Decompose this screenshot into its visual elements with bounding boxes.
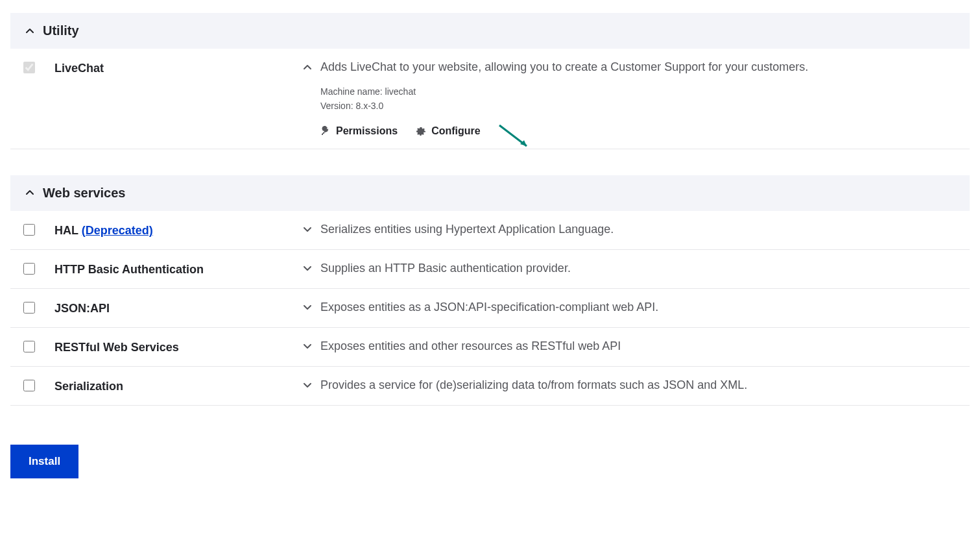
- module-name-serialization: Serialization: [54, 378, 301, 393]
- module-row-http-basic-auth: HTTP Basic Authentication Supplies an HT…: [10, 250, 970, 289]
- module-checkbox-serialization[interactable]: [23, 380, 35, 391]
- module-name-json-api: JSON:API: [54, 301, 301, 315]
- chevron-down-icon[interactable]: [301, 223, 314, 236]
- module-row-hal: HAL (Deprecated) Serializes entities usi…: [10, 211, 970, 250]
- chevron-down-icon[interactable]: [301, 378, 314, 391]
- module-checkbox-json-api[interactable]: [23, 302, 35, 314]
- module-description: Provides a service for (de)serializing d…: [320, 378, 747, 392]
- section-title: Web services: [43, 186, 126, 201]
- configure-link[interactable]: Configure: [416, 125, 481, 137]
- gear-icon: [416, 126, 426, 136]
- module-name-text: HTTP Basic Authentication: [54, 263, 204, 276]
- module-description: Serializes entities using Hypertext Appl…: [320, 223, 614, 236]
- deprecated-link[interactable]: (Deprecated): [82, 224, 153, 237]
- expanded-info: Machine name: livechat Version: 8.x-3.0: [320, 84, 416, 114]
- section-utility: Utility LiveChat Adds LiveChat to your w…: [10, 13, 970, 149]
- module-name-text: RESTful Web Services: [54, 341, 179, 354]
- version-label: Version:: [320, 101, 355, 111]
- module-checkbox-hal[interactable]: [23, 224, 35, 236]
- chevron-down-icon[interactable]: [301, 339, 314, 352]
- checkbox-cell: [23, 60, 54, 73]
- action-links: Permissions Configure: [320, 125, 481, 137]
- module-name-hal: HAL (Deprecated): [54, 223, 301, 238]
- module-checkbox-restful[interactable]: [23, 341, 35, 352]
- module-checkbox-http-basic-auth[interactable]: [23, 263, 35, 275]
- install-button[interactable]: Install: [10, 445, 78, 478]
- chevron-up-icon[interactable]: [301, 61, 314, 74]
- module-description: Exposes entities and other resources as …: [320, 339, 621, 353]
- chevron-down-icon[interactable]: [301, 301, 314, 314]
- module-desc-cell: Adds LiveChat to your website, allowing …: [301, 60, 957, 137]
- key-icon: [320, 126, 331, 136]
- desc-top: Adds LiveChat to your website, allowing …: [301, 60, 957, 74]
- chevron-up-icon: [23, 186, 36, 199]
- module-row-json-api: JSON:API Exposes entities as a JSON:API-…: [10, 289, 970, 328]
- module-name-restful: RESTful Web Services: [54, 339, 301, 354]
- section-header-utility[interactable]: Utility: [10, 13, 970, 49]
- module-description: Adds LiveChat to your website, allowing …: [320, 60, 808, 74]
- permissions-label: Permissions: [336, 125, 398, 137]
- module-name-text: HAL: [54, 224, 82, 237]
- module-name-text: Serialization: [54, 380, 123, 393]
- module-row-livechat: LiveChat Adds LiveChat to your website, …: [10, 49, 970, 149]
- permissions-link[interactable]: Permissions: [320, 125, 398, 137]
- module-name-text: JSON:API: [54, 302, 110, 315]
- section-header-web-services[interactable]: Web services: [10, 175, 970, 211]
- module-row-restful: RESTful Web Services Exposes entities an…: [10, 328, 970, 367]
- configure-label: Configure: [431, 125, 481, 137]
- module-checkbox-livechat[interactable]: [23, 62, 35, 73]
- module-description: Exposes entities as a JSON:API-specifica…: [320, 301, 658, 314]
- chevron-up-icon: [23, 25, 36, 38]
- module-name-livechat: LiveChat: [54, 60, 301, 75]
- version-value: 8.x-3.0: [355, 101, 383, 111]
- module-name-http-basic-auth: HTTP Basic Authentication: [54, 262, 301, 277]
- chevron-down-icon[interactable]: [301, 262, 314, 275]
- module-row-serialization: Serialization Provides a service for (de…: [10, 367, 970, 406]
- section-web-services: Web services HAL (Deprecated) Serializes…: [10, 175, 970, 406]
- module-description: Supplies an HTTP Basic authentication pr…: [320, 262, 571, 275]
- module-name-text: LiveChat: [54, 62, 104, 75]
- section-title: Utility: [43, 23, 79, 38]
- annotation-arrow-icon: [498, 124, 531, 150]
- machine-name-value: livechat: [385, 86, 416, 97]
- machine-name-label: Machine name:: [320, 86, 385, 97]
